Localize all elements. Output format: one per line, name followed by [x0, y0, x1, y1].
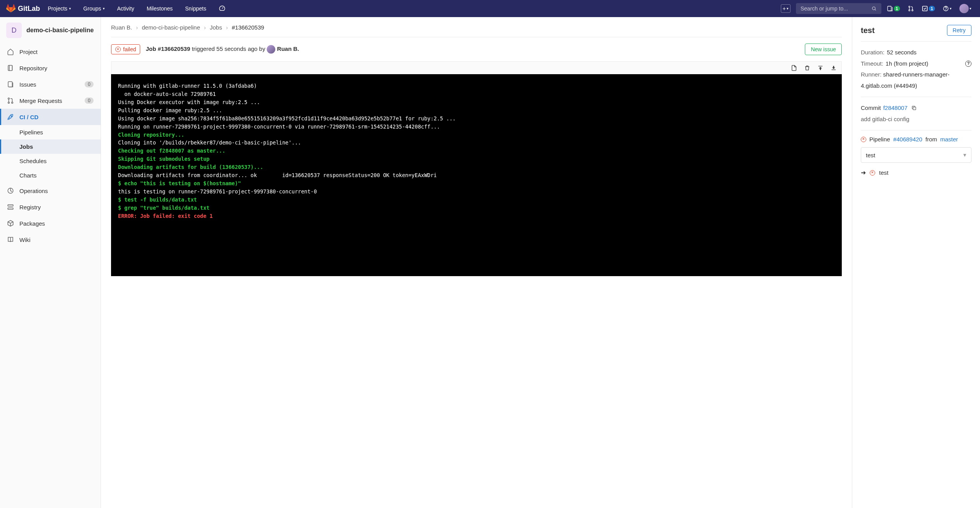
svg-rect-10: [8, 82, 12, 87]
search-input[interactable]: [801, 5, 869, 12]
project-name: demo-ci-basic-pipeline: [26, 26, 94, 35]
failed-icon: ✕: [861, 137, 866, 142]
status-badge-failed: ✕ failed: [111, 44, 140, 54]
pipeline-row: ✕ Pipeline #40689420 from master: [861, 136, 971, 143]
nav-projects[interactable]: Projects ▾: [43, 0, 76, 17]
project-header[interactable]: D demo-ci-basic-pipeline: [0, 17, 101, 43]
scroll-top-button[interactable]: [817, 65, 824, 71]
chevron-right-icon: ›: [136, 24, 138, 31]
duration-row: Duration: 52 seconds: [861, 47, 971, 58]
sidebar-subitem-pipelines[interactable]: Pipelines: [0, 125, 101, 139]
sidebar-subitem-schedules[interactable]: Schedules: [0, 154, 101, 168]
issues-count-badge: 1: [894, 6, 900, 11]
duration-value: 52 seconds: [887, 47, 917, 58]
todos-icon: [922, 5, 928, 12]
sidebar-item-merge-requests[interactable]: Merge Requests 0: [0, 92, 101, 109]
sidebar-item-issues[interactable]: Issues 0: [0, 76, 101, 92]
svg-point-3: [909, 6, 910, 7]
job-log[interactable]: Running with gitlab-runner 11.5.0 (3afda…: [111, 74, 842, 276]
brand-name: GitLab: [18, 5, 40, 13]
sidebar-item-project[interactable]: Project: [0, 43, 101, 60]
sidebar-item-wiki[interactable]: Wiki: [0, 231, 101, 248]
retry-button[interactable]: Retry: [947, 25, 971, 36]
erase-log-button[interactable]: [804, 65, 810, 71]
merge-request-icon: [7, 97, 14, 104]
stage-job-row[interactable]: ➜ ✕ test: [861, 169, 971, 176]
info-icon[interactable]: ?: [965, 61, 971, 67]
commit-sha-link[interactable]: f2848007: [883, 103, 908, 114]
nav-user-menu[interactable]: ▾: [957, 4, 974, 13]
nav-merge-requests[interactable]: [905, 5, 916, 12]
sidebar-subitem-jobs[interactable]: Jobs: [0, 139, 101, 154]
nav-todos[interactable]: 1: [919, 5, 937, 12]
pipeline-from-text: from: [925, 136, 937, 143]
chevron-down-icon: ▾: [950, 7, 952, 10]
sidebar-item-label: Operations: [19, 188, 48, 194]
svg-point-5: [912, 10, 913, 11]
sidebar-item-repository[interactable]: Repository: [0, 60, 101, 76]
search-box[interactable]: [796, 3, 881, 14]
sidebar-subitem-charts[interactable]: Charts: [0, 168, 101, 183]
document-icon: [791, 65, 797, 71]
sidebar-item-operations[interactable]: Operations: [0, 183, 101, 199]
job-sidebar-header: test Retry: [861, 25, 971, 36]
chevron-right-icon: ›: [204, 24, 206, 31]
svg-rect-9: [8, 65, 12, 71]
svg-point-12: [8, 102, 10, 103]
sidebar-item-label: Packages: [19, 220, 45, 227]
job-header: ✕ failed Job #136620539 triggered 55 sec…: [111, 43, 842, 55]
scroll-bottom-button[interactable]: [831, 65, 837, 71]
wiki-icon: [7, 236, 14, 243]
stage-job-name: test: [879, 169, 888, 176]
issues-icon: [887, 5, 893, 12]
svg-rect-16: [8, 205, 13, 206]
navbar-right: + ▾ 1 1 ▾ ▾: [778, 3, 974, 14]
nav-issues[interactable]: 1: [884, 5, 902, 12]
pipeline-link[interactable]: #40689420: [893, 136, 922, 143]
rocket-icon: [7, 113, 14, 120]
breadcrumb-section[interactable]: Jobs: [210, 24, 222, 31]
sidebar-item-label: Registry: [19, 204, 41, 211]
svg-point-13: [12, 102, 13, 103]
sidebar-item-cicd[interactable]: CI / CD: [0, 109, 101, 125]
new-issue-button[interactable]: New issue: [805, 43, 842, 55]
home-icon: [7, 48, 14, 55]
job-sidebar: test Retry Duration: 52 seconds Timeout:…: [852, 17, 980, 508]
scroll-topop-icon: [817, 65, 824, 71]
svg-line-1: [875, 9, 876, 10]
copy-sha-button[interactable]: [911, 105, 917, 111]
nav-new-dropdown[interactable]: + ▾: [778, 4, 793, 13]
todos-count-badge: 1: [929, 6, 935, 11]
branch-link[interactable]: master: [940, 136, 958, 143]
status-text: failed: [123, 46, 136, 52]
nav-milestones[interactable]: Milestones: [142, 0, 177, 17]
sidebar-item-registry[interactable]: Registry: [0, 199, 101, 215]
registry-icon: [7, 204, 14, 211]
navbar: GitLab Projects ▾ Groups ▾ Activity Mile…: [0, 0, 980, 17]
copy-icon: [911, 105, 917, 111]
svg-rect-2: [888, 6, 891, 11]
nav-help[interactable]: ▾: [940, 5, 954, 12]
breadcrumb: Ruan B. › demo-ci-basic-pipeline › Jobs …: [111, 24, 842, 37]
nav-activity[interactable]: Activity: [113, 0, 139, 17]
sidebar-item-label: Merge Requests: [19, 97, 62, 104]
nav-snippets[interactable]: Snippets: [181, 0, 211, 17]
sidebar-item-label: Issues: [19, 81, 36, 88]
failed-icon: ✕: [115, 47, 121, 52]
breadcrumb-user[interactable]: Ruan B.: [111, 24, 132, 31]
job-user[interactable]: Ruan B.: [277, 45, 299, 52]
navbar-left: GitLab Projects ▾ Groups ▾ Activity Mile…: [6, 0, 230, 17]
sidebar-item-label: Wiki: [19, 237, 30, 243]
timeout-row: Timeout: 1h (from project) ?: [861, 58, 971, 70]
repository-icon: [7, 64, 14, 71]
sidebar-item-label: Project: [19, 49, 38, 55]
arrow-right-icon: ➜: [861, 169, 866, 176]
timeout-value: 1h (from project): [886, 58, 928, 70]
nav-performance[interactable]: [214, 0, 230, 17]
brand-logo[interactable]: GitLab: [6, 4, 40, 13]
nav-groups[interactable]: Groups ▾: [79, 0, 109, 17]
stage-dropdown[interactable]: test ▾: [861, 147, 971, 163]
show-raw-button[interactable]: [791, 65, 797, 71]
breadcrumb-project[interactable]: demo-ci-basic-pipeline: [142, 24, 200, 31]
sidebar-item-packages[interactable]: Packages: [0, 215, 101, 231]
